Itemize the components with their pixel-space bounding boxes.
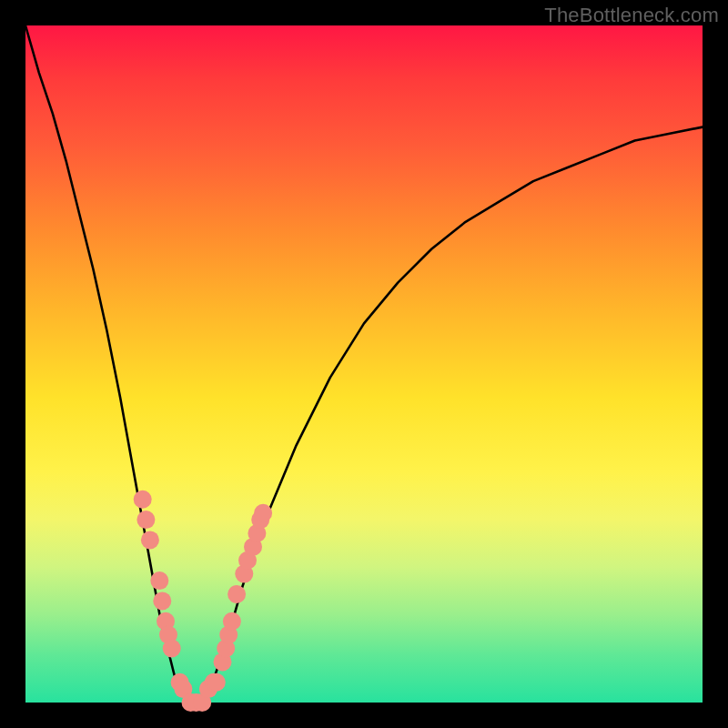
sample-dot [153, 592, 171, 610]
sample-dot [136, 511, 155, 529]
bottleneck-curve [25, 25, 703, 703]
sample-dot [207, 673, 226, 692]
chart-frame: TheBottleneck.com [0, 0, 728, 728]
sample-dot [223, 612, 241, 631]
chart-overlay [25, 25, 703, 703]
watermark-label: TheBottleneck.com [544, 4, 719, 27]
sample-dots [134, 490, 272, 712]
sample-dot [163, 640, 181, 658]
sample-dot [150, 571, 168, 590]
sample-dot [254, 504, 272, 522]
sample-dot [141, 531, 159, 549]
sample-dot [134, 490, 152, 509]
sample-dot [228, 585, 246, 603]
